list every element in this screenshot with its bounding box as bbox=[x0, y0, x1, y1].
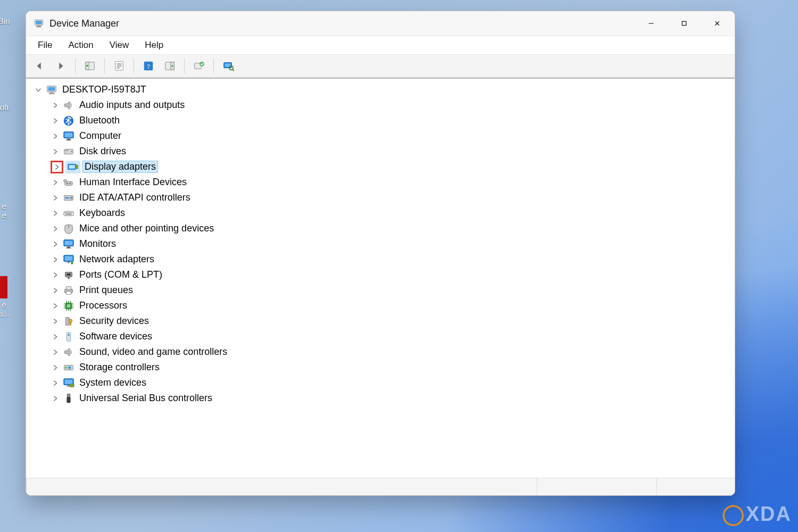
chevron-right-icon[interactable] bbox=[51, 332, 60, 342]
tree-node-label: Sound, video and game controllers bbox=[79, 346, 227, 358]
tree-category-node[interactable]: Monitors bbox=[29, 236, 733, 252]
software-icon bbox=[62, 331, 75, 343]
tree-node-label: Network adapters bbox=[79, 254, 154, 265]
tree-node-label: Universal Serial Bus controllers bbox=[79, 393, 212, 404]
toolbar-actionpanel-button[interactable] bbox=[161, 57, 179, 74]
toolbar-back-button[interactable] bbox=[30, 57, 48, 74]
statusbar-cell bbox=[656, 478, 735, 495]
port-icon bbox=[62, 269, 75, 281]
security-icon bbox=[62, 315, 75, 327]
tree-node-label: Security devices bbox=[79, 315, 149, 327]
chevron-right-icon[interactable] bbox=[51, 363, 60, 372]
desktop-icon-graphic bbox=[0, 276, 7, 298]
toolbar-separator bbox=[213, 59, 214, 73]
chevron-right-icon[interactable] bbox=[51, 193, 60, 203]
chevron-right-icon[interactable] bbox=[51, 161, 63, 173]
toolbar-separator bbox=[184, 59, 185, 73]
desktop-icon[interactable]: e e bbox=[0, 202, 19, 220]
desktop-icon[interactable]: e ti... bbox=[0, 276, 19, 318]
toolbar-properties-button[interactable] bbox=[110, 57, 128, 74]
tree-root-node[interactable]: DESKTOP-I59T8JT bbox=[29, 82, 733, 97]
close-button[interactable] bbox=[701, 11, 734, 36]
toolbar-showtree-button[interactable] bbox=[81, 57, 99, 74]
chevron-right-icon[interactable] bbox=[51, 209, 60, 218]
tree-category-node[interactable]: Keyboards bbox=[29, 205, 733, 221]
tree-node-label: DESKTOP-I59T8JT bbox=[62, 84, 146, 95]
titlebar[interactable]: Device Manager bbox=[26, 11, 735, 36]
chevron-right-icon[interactable] bbox=[51, 224, 60, 234]
desktop-icon[interactable]: oft bbox=[0, 103, 19, 112]
chevron-down-icon[interactable] bbox=[34, 85, 43, 95]
tree-category-node[interactable]: System devices bbox=[29, 375, 733, 390]
menu-action[interactable]: Action bbox=[62, 38, 99, 53]
chevron-right-icon[interactable] bbox=[51, 347, 60, 357]
chevron-right-icon[interactable] bbox=[51, 178, 60, 187]
tree-category-node[interactable]: IDE ATA/ATAPI controllers bbox=[29, 190, 733, 205]
chevron-right-icon[interactable] bbox=[51, 286, 60, 295]
chevron-right-icon[interactable] bbox=[51, 255, 60, 264]
tree-category-node[interactable]: Disk drives bbox=[29, 144, 733, 159]
chevron-right-icon[interactable] bbox=[51, 147, 60, 156]
statusbar-cell bbox=[537, 478, 656, 495]
menu-help[interactable]: Help bbox=[138, 38, 170, 53]
tree-node-label: Storage controllers bbox=[79, 362, 160, 373]
tree-category-node[interactable]: Human Interface Devices bbox=[29, 174, 733, 190]
chevron-right-icon[interactable] bbox=[51, 317, 60, 326]
tree-category-node[interactable]: Network adapters bbox=[29, 252, 733, 267]
tree-node-label: Monitors bbox=[79, 238, 116, 250]
tree-category-node[interactable]: Bluetooth bbox=[29, 113, 733, 128]
toolbar-updatedriver-button[interactable] bbox=[190, 57, 208, 74]
tree-category-node[interactable]: Ports (COM & LPT) bbox=[29, 267, 733, 282]
tree-node-label: Ports (COM & LPT) bbox=[79, 269, 162, 280]
chevron-right-icon[interactable] bbox=[51, 270, 60, 280]
desktop-icon-label: e e bbox=[0, 202, 19, 220]
tree-category-node[interactable]: Sound, video and game controllers bbox=[29, 344, 733, 360]
minimize-button[interactable] bbox=[635, 11, 668, 36]
speaker-icon bbox=[62, 99, 75, 111]
tree-category-node[interactable]: Security devices bbox=[29, 313, 733, 329]
desktop-icon-recycle-bin[interactable]: Bin bbox=[0, 17, 19, 26]
desktop: Bin oft e e e ti... Device Manager File … bbox=[0, 0, 798, 532]
menubar: File Action View Help bbox=[26, 36, 735, 55]
toolbar-scan-button[interactable] bbox=[219, 57, 237, 74]
tree-node-label: Processors bbox=[79, 300, 127, 311]
chevron-right-icon[interactable] bbox=[51, 116, 60, 126]
tree-category-node[interactable]: Software devices bbox=[29, 329, 733, 344]
tree-category-node[interactable]: Print queues bbox=[29, 282, 733, 298]
device-tree-panel[interactable]: DESKTOP-I59T8JTAudio inputs and outputsB… bbox=[26, 78, 735, 478]
usb-icon bbox=[62, 393, 75, 404]
tree-category-node[interactable]: Storage controllers bbox=[29, 360, 733, 375]
cpu-icon bbox=[62, 300, 75, 312]
toolbar-separator bbox=[134, 59, 134, 73]
menu-view[interactable]: View bbox=[103, 38, 136, 53]
toolbar-help-button[interactable] bbox=[139, 57, 157, 74]
chevron-right-icon[interactable] bbox=[51, 131, 60, 141]
tree-category-node[interactable]: Mice and other pointing devices bbox=[29, 221, 733, 236]
chevron-right-icon[interactable] bbox=[51, 394, 60, 403]
printer-icon bbox=[62, 285, 75, 296]
desktop-icon-label: e ti... bbox=[0, 301, 19, 318]
maximize-button[interactable] bbox=[668, 11, 701, 36]
tree-category-node[interactable]: Display adapters bbox=[29, 159, 733, 174]
toolbar-forward-button[interactable] bbox=[52, 57, 70, 74]
tree-node-label: System devices bbox=[79, 377, 146, 388]
network-icon bbox=[62, 254, 75, 265]
toolbar-separator bbox=[75, 59, 76, 73]
app-icon bbox=[34, 18, 44, 29]
tree-category-node[interactable]: Universal Serial Bus controllers bbox=[29, 390, 733, 406]
chevron-right-icon[interactable] bbox=[51, 101, 60, 110]
tree-category-node[interactable]: Audio inputs and outputs bbox=[29, 97, 733, 113]
disk-icon bbox=[62, 146, 75, 157]
chevron-right-icon[interactable] bbox=[51, 378, 60, 388]
menu-file[interactable]: File bbox=[31, 38, 59, 53]
monitor-icon bbox=[62, 238, 75, 250]
tree-category-node[interactable]: Processors bbox=[29, 298, 733, 313]
watermark-logo-icon: ◯ bbox=[722, 503, 746, 525]
chevron-right-icon[interactable] bbox=[51, 301, 60, 311]
display-icon bbox=[65, 161, 80, 173]
ide-icon bbox=[62, 192, 75, 204]
chevron-right-icon[interactable] bbox=[51, 239, 60, 249]
tree-node-label: Keyboards bbox=[79, 207, 125, 219]
tree-category-node[interactable]: Computer bbox=[29, 128, 733, 144]
statusbar-cell bbox=[26, 478, 537, 495]
